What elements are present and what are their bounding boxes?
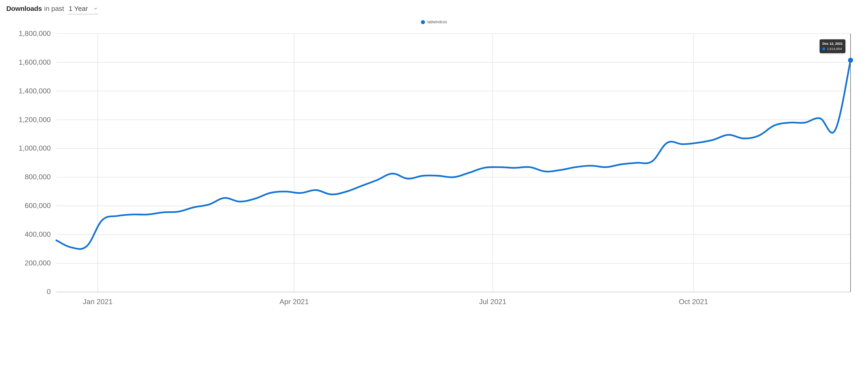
time-range-select[interactable]: 1 Year [68, 4, 98, 14]
svg-text:0: 0 [47, 287, 51, 296]
title-light: in past [44, 4, 64, 13]
svg-text:1,000,000: 1,000,000 [19, 144, 51, 152]
chart-heading: Downloads in past 1 Year [6, 4, 862, 14]
svg-text:Apr 2021: Apr 2021 [280, 298, 309, 306]
svg-text:Oct 2021: Oct 2021 [679, 298, 708, 306]
chevron-down-icon [94, 6, 97, 10]
svg-text:1,800,000: 1,800,000 [19, 29, 51, 37]
svg-text:600,000: 600,000 [25, 202, 51, 210]
svg-text:800,000: 800,000 [25, 173, 51, 181]
svg-text:1,200,000: 1,200,000 [19, 116, 51, 124]
chart-container: 0200,000400,000600,000800,0001,000,0001,… [6, 25, 862, 314]
svg-text:1,400,000: 1,400,000 [19, 87, 51, 95]
legend-color-dot [421, 20, 425, 24]
chart-legend[interactable]: tailwindcss [6, 20, 862, 24]
line-chart[interactable]: 0200,000400,000600,000800,0001,000,0001,… [6, 25, 862, 314]
legend-series-name: tailwindcss [427, 20, 447, 24]
svg-text:200,000: 200,000 [25, 259, 51, 267]
svg-text:Jan 2021: Jan 2021 [83, 298, 113, 306]
svg-point-30 [848, 58, 853, 63]
svg-text:Jul 2021: Jul 2021 [479, 298, 506, 306]
svg-text:1,600,000: 1,600,000 [19, 58, 51, 66]
title-strong: Downloads [6, 4, 42, 13]
svg-text:400,000: 400,000 [25, 230, 51, 238]
time-range-value: 1 Year [69, 4, 88, 13]
